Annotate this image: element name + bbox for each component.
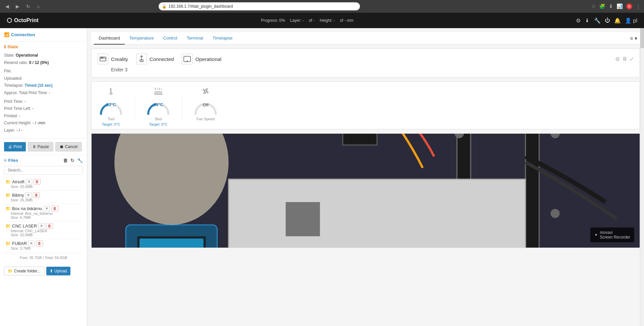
printer-brand-item: Creality [98, 54, 128, 64]
list-item[interactable]: 📁 CNC LASER ✕ 🗑 Internal: CNC_LASER Size… [4, 221, 83, 239]
state-value: Operational [16, 53, 38, 58]
state-info: State: Operational Resend ratio: 0 / 12 … [4, 52, 83, 134]
printed-label: Printed: [4, 114, 18, 118]
bookmark-icon[interactable]: ☆ [591, 3, 596, 9]
delete-files-icon[interactable]: 🗑 [63, 158, 68, 163]
current-height-row: Current Height: - / -mm [4, 120, 83, 127]
tool-label: Tool [108, 117, 114, 121]
window-scrollbar-thumb[interactable] [640, 28, 644, 48]
wrench-files-icon[interactable]: 🔧 [77, 158, 83, 163]
refresh-button[interactable]: ↻ [24, 2, 32, 10]
delete-file-button[interactable]: 🗑 [36, 241, 43, 246]
delete-file-button[interactable]: 🗑 [46, 223, 53, 229]
cancel-button[interactable]: ⏹ Cancel [55, 142, 82, 151]
delete-file-button[interactable]: 🗑 [51, 206, 58, 211]
svg-point-3 [102, 57, 103, 58]
forward-button[interactable]: ▶ [14, 2, 21, 10]
download-icon[interactable]: ⬇ [609, 3, 613, 9]
back-button[interactable]: ◀ [3, 2, 11, 10]
history-icon[interactable]: 📊 [616, 3, 623, 9]
camera-settings-icon[interactable]: ⚙ [615, 56, 620, 62]
unpin-file-button[interactable]: ✕ [25, 192, 32, 198]
files-search-input[interactable] [4, 166, 83, 175]
tab-dashboard[interactable]: Dashboard [94, 32, 125, 45]
tab-timelapse-label: Timelapse [213, 36, 232, 41]
file-item-name: 📁 FUBAR ✕ 🗑 [5, 241, 82, 246]
bed-gauge-wrapper: 24°C [145, 99, 172, 116]
print-label: Print [13, 144, 22, 149]
home-button[interactable]: ⌂ [35, 2, 42, 10]
brand-name: OctoPrint [14, 17, 39, 23]
print-time-left-label: Print Time Left: [4, 106, 31, 111]
refresh-files-icon[interactable]: ↻ [70, 158, 74, 163]
connection-icon: 📶 [4, 32, 9, 37]
timelapse-value: Timed (10 sec) [25, 83, 53, 88]
pause-icon: ⏸ [32, 144, 36, 149]
create-folder-button[interactable]: 📁 Create folder... [4, 267, 44, 275]
gauge-separator-1 [135, 93, 135, 120]
state-title: State [7, 44, 18, 49]
file-item-name: 📁 Airsoft ✕ 🗑 [5, 179, 82, 185]
power-icon[interactable]: ⏻ [605, 17, 610, 23]
profile-badge[interactable]: A [626, 3, 632, 9]
list-item[interactable]: 📁 Airsoft ✕ 🗑 Size: 25.0MB [4, 177, 83, 191]
pause-button[interactable]: ⏸ Pause [28, 142, 53, 151]
connection-status-icon [136, 54, 147, 64]
folder-icon: 📁 [8, 269, 13, 273]
upload-icon: ⬆ [50, 269, 53, 273]
tab-timelapse[interactable]: Timelapse [208, 32, 237, 45]
bed-temp-value: 24°C [153, 102, 163, 107]
print-button[interactable]: 🖨 Print [4, 142, 26, 151]
delete-file-button[interactable]: 🗑 [34, 179, 41, 185]
user-icon[interactable]: 👤 pl [625, 17, 637, 24]
octoprint-header: ⬡ OctoPrint Progress: 0% Layer: - of - H… [0, 13, 644, 28]
state-row: State: Operational [4, 52, 83, 59]
header-brand: ⬡ OctoPrint [7, 17, 39, 24]
print-time-label: Print Time: [4, 99, 23, 104]
fan-label: Fan Speed [197, 117, 215, 121]
bell-icon[interactable]: 🔔 [614, 17, 621, 24]
resend-label: Resend ratio: [4, 60, 28, 65]
wrench-icon[interactable]: 🔧 [594, 17, 601, 24]
monitor-icon[interactable]: 🖥 [622, 56, 627, 62]
file-item-actions: ✕ 🗑 [44, 206, 58, 211]
list-item[interactable]: 📁 Bibiny ✕ 🗑 Size: 35.2MB [4, 191, 83, 204]
files-section: ≡ Files 🗑 ↻ 🔧 📁 Airsoft ✕ 🗑 [0, 155, 87, 264]
browser-right-icons: ☆ 🧩 ⬇ 📊 A ⋮ [591, 3, 641, 9]
tab-temperature[interactable]: Temperature [125, 32, 159, 45]
svg-rect-28 [343, 134, 377, 145]
connection-header[interactable]: 📶 Connection [4, 31, 83, 39]
delete-file-button[interactable]: 🗑 [33, 192, 40, 198]
extensions-icon[interactable]: 🧩 [599, 3, 605, 9]
unpin-file-button[interactable]: ✕ [44, 206, 50, 211]
browser-chrome: ◀ ▶ ↻ ⌂ 🔒 192.168.1.7/#tab_plugin_dashbo… [0, 0, 644, 13]
printed-row: Printed: - [4, 113, 83, 120]
unpin-file-button[interactable]: ✕ [26, 179, 32, 185]
svg-rect-17 [155, 93, 162, 94]
list-item[interactable]: 📁 FUBAR ✕ 🗑 Size: 3.7MB [4, 239, 83, 252]
tab-terminal[interactable]: Terminal [182, 32, 208, 45]
menu-icon[interactable]: ⋮ [636, 3, 641, 9]
folder-icon: 📁 [5, 206, 11, 211]
expand-icon[interactable]: ⤢ [629, 56, 634, 62]
file-name: Airsoft [12, 179, 24, 184]
svg-point-40 [550, 209, 559, 218]
settings-icon[interactable]: ⚙ [576, 17, 581, 24]
temperature-icon[interactable]: 🌡 [585, 17, 590, 23]
svg-rect-23 [526, 134, 539, 248]
folder-icon: 📁 [5, 179, 11, 184]
window-scrollbar[interactable] [640, 28, 644, 326]
list-item[interactable]: 📁 Box na tiskárnu ✕ 🗑 Internal: Box_na_t… [4, 204, 83, 221]
right-panel: Dashboard Temperature Control Terminal T… [87, 28, 644, 326]
octoprint-logo-icon: ⬡ [7, 17, 12, 24]
address-bar[interactable]: 🔒 192.168.1.7/#tab_plugin_dashboard [159, 2, 360, 10]
upload-button[interactable]: ⬆ Upload [46, 267, 70, 275]
tab-menu-button[interactable]: ≡ ▾ [630, 35, 637, 42]
tool-gauge: 23°C Tool Target: 0°C [98, 86, 124, 126]
tabs-bar: Dashboard Temperature Control Terminal T… [91, 32, 640, 45]
bed-target: Target: 0°C [149, 122, 167, 126]
sidebar: 📶 Connection ℹ State State: Operational … [0, 28, 87, 326]
unpin-file-button[interactable]: ✕ [28, 241, 35, 246]
unpin-file-button[interactable]: ✕ [38, 223, 45, 229]
tab-control[interactable]: Control [159, 32, 182, 45]
